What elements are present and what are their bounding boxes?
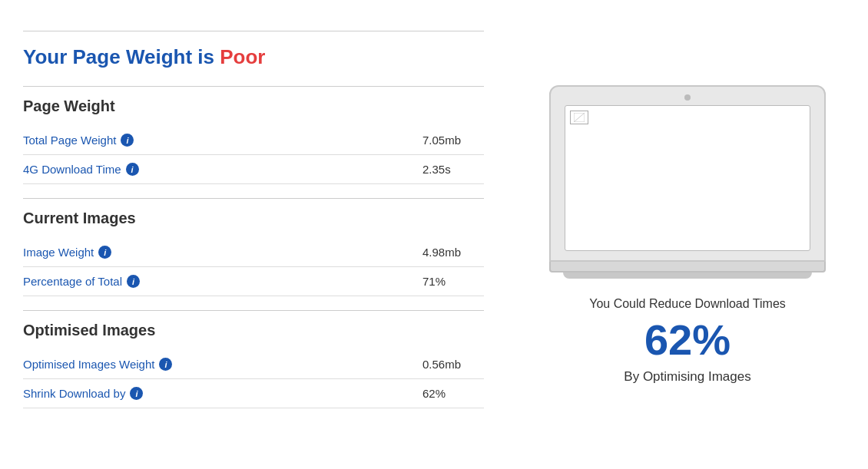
top-divider: [23, 31, 484, 31]
section-title-current-images: Current Images: [23, 210, 484, 227]
title-prefix: Your Page Weight is: [23, 45, 220, 68]
metric-label-percentage-of-total: Percentage of Total i: [23, 275, 140, 288]
laptop-screen-image: [570, 111, 588, 124]
section-title-page-weight: Page Weight: [23, 97, 484, 115]
laptop-base: [549, 262, 826, 272]
metric-row-total-page-weight: Total Page Weight i 7.05mb: [23, 126, 484, 155]
laptop-camera: [684, 94, 691, 101]
metric-label-image-weight: Image Weight i: [23, 246, 111, 259]
metric-label-text-4g-download-time: 4G Download Time: [23, 163, 121, 176]
info-icon-shrink-download-by[interactable]: i: [130, 387, 143, 400]
metric-value-percentage-of-total: 71%: [422, 275, 484, 288]
metric-label-text-percentage-of-total: Percentage of Total: [23, 275, 122, 288]
info-icon-optimised-images-weight[interactable]: i: [159, 358, 172, 371]
metric-row-percentage-of-total: Percentage of Total i 71%: [23, 267, 484, 296]
main-container: Your Page Weight is Poor Page Weight Tot…: [0, 0, 868, 469]
section-divider-3: [23, 310, 484, 311]
info-icon-4g-download-time[interactable]: i: [126, 163, 139, 176]
right-optimise-text: By Optimising Images: [624, 369, 750, 385]
metric-label-4g-download-time: 4G Download Time i: [23, 163, 139, 176]
metric-label-text-optimised-images-weight: Optimised Images Weight: [23, 358, 154, 371]
metric-value-image-weight: 4.98mb: [422, 246, 484, 259]
metric-row-4g-download-time: 4G Download Time i 2.35s: [23, 155, 484, 184]
section-divider-2: [23, 198, 484, 199]
metric-label-total-page-weight: Total Page Weight i: [23, 134, 134, 147]
laptop: [549, 85, 826, 279]
title-status: Poor: [220, 45, 265, 68]
metric-label-text-image-weight: Image Weight: [23, 246, 94, 259]
metric-label-shrink-download-by: Shrink Download by i: [23, 387, 143, 400]
info-icon-total-page-weight[interactable]: i: [121, 134, 134, 147]
info-icon-image-weight[interactable]: i: [98, 246, 111, 259]
metric-row-optimised-images-weight: Optimised Images Weight i 0.56mb: [23, 350, 484, 379]
laptop-screen: [565, 105, 810, 251]
metric-row-shrink-download-by: Shrink Download by i 62%: [23, 379, 484, 408]
metric-value-optimised-images-weight: 0.56mb: [422, 358, 484, 371]
laptop-body: [549, 85, 826, 262]
laptop-illustration: [549, 85, 826, 279]
page-weight-title: Your Page Weight is Poor: [23, 45, 484, 69]
section-optimised-images: Optimised Images Optimised Images Weight…: [23, 310, 484, 408]
metric-value-4g-download-time: 2.35s: [422, 163, 484, 176]
metric-label-optimised-images-weight: Optimised Images Weight i: [23, 358, 172, 371]
metric-label-text-shrink-download-by: Shrink Download by: [23, 387, 125, 400]
right-reduce-text: You Could Reduce Download Times: [589, 297, 786, 311]
metric-value-total-page-weight: 7.05mb: [422, 134, 484, 147]
right-panel: You Could Reduce Download Times 62% By O…: [507, 15, 868, 454]
section-title-optimised-images: Optimised Images: [23, 322, 484, 339]
section-divider-1: [23, 86, 484, 87]
left-panel: Your Page Weight is Poor Page Weight Tot…: [0, 15, 507, 454]
laptop-stand: [563, 272, 812, 279]
metric-label-text-total-page-weight: Total Page Weight: [23, 134, 116, 147]
info-icon-percentage-of-total[interactable]: i: [127, 275, 140, 288]
right-percent: 62%: [644, 319, 731, 362]
metric-value-shrink-download-by: 62%: [422, 387, 484, 400]
metric-row-image-weight: Image Weight i 4.98mb: [23, 238, 484, 267]
section-page-weight: Page Weight Total Page Weight i 7.05mb 4…: [23, 86, 484, 184]
section-current-images: Current Images Image Weight i 4.98mb Per…: [23, 198, 484, 296]
